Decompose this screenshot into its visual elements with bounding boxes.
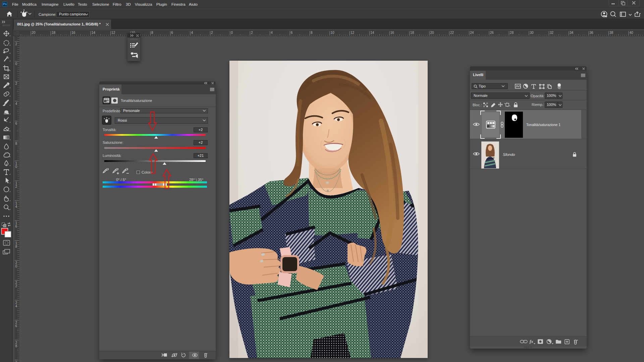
svg-text:3: 3	[15, 361, 17, 362]
svg-text:8: 8	[15, 245, 17, 248]
svg-text:2: 2	[15, 82, 17, 85]
svg-text:8: 8	[15, 344, 17, 348]
svg-text:6: 6	[15, 324, 17, 328]
svg-text:4: 4	[15, 304, 17, 308]
svg-text:8: 8	[15, 142, 17, 145]
svg-text:28: 28	[510, 31, 514, 35]
svg-text:16: 16	[390, 31, 394, 35]
svg-text:fx: fx	[530, 339, 533, 344]
svg-text:36: 36	[590, 31, 594, 35]
svg-text:12: 12	[351, 31, 355, 35]
svg-text:0: 0	[15, 62, 17, 66]
svg-text:0: 0	[15, 264, 17, 268]
svg-text:2: 2	[15, 284, 17, 288]
svg-text:4: 4	[271, 31, 273, 35]
svg-text:24: 24	[470, 31, 474, 35]
svg-text:4: 4	[15, 205, 17, 208]
svg-text:26: 26	[490, 31, 494, 35]
svg-text:18: 18	[52, 31, 56, 35]
svg-text:30: 30	[530, 31, 534, 35]
svg-text:4: 4	[191, 31, 193, 35]
svg-text:2: 2	[15, 185, 17, 188]
svg-text:34: 34	[570, 31, 574, 35]
svg-text:10: 10	[331, 31, 335, 35]
svg-text:4: 4	[15, 102, 17, 106]
svg-text:6: 6	[15, 122, 17, 125]
svg-text:20: 20	[430, 31, 434, 35]
svg-text:16: 16	[71, 31, 75, 35]
svg-text:14: 14	[370, 31, 374, 35]
svg-text:6: 6	[171, 31, 173, 35]
svg-text:8: 8	[311, 31, 313, 35]
svg-text:0: 0	[15, 165, 17, 169]
svg-text:20: 20	[32, 31, 36, 35]
svg-text:32: 32	[550, 31, 554, 35]
svg-text:0: 0	[231, 31, 233, 35]
svg-text:12: 12	[111, 31, 115, 35]
svg-text:40: 40	[630, 31, 634, 35]
svg-text:22: 22	[450, 31, 454, 35]
svg-text:18: 18	[410, 31, 414, 35]
svg-text:8: 8	[151, 31, 153, 35]
svg-text:2: 2	[15, 42, 17, 46]
svg-text:2: 2	[251, 31, 253, 35]
svg-text:38: 38	[609, 31, 613, 35]
svg-text:6: 6	[291, 31, 293, 35]
svg-text:6: 6	[15, 225, 17, 228]
svg-text:14: 14	[92, 31, 96, 35]
svg-text:2: 2	[211, 31, 213, 35]
